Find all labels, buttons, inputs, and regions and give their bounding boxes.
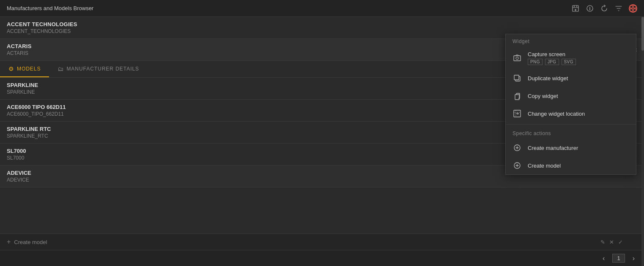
svg-rect-10: [515, 95, 519, 100]
tab-manufacturer-details[interactable]: 🗂 MANUFACTURER DETAILS: [49, 61, 148, 77]
header-icons: [571, 4, 637, 13]
pagination: ‹ 1 ›: [0, 250, 644, 266]
filter-icon[interactable]: [614, 4, 623, 13]
create-manufacturer-icon: [512, 143, 522, 152]
manufacturer-key: ACCENT_TECHNOLOGIES: [7, 28, 637, 34]
create-model-label: Create model: [528, 163, 629, 169]
svg-rect-3: [633, 5, 636, 8]
pagination-page[interactable]: 1: [612, 254, 625, 263]
capture-screen-menu-item[interactable]: Capture screen PNG JPG SVG: [506, 47, 636, 69]
svg-point-7: [516, 57, 518, 60]
close-action-icon[interactable]: ✕: [609, 239, 614, 245]
edit-action-icon[interactable]: ✎: [600, 239, 605, 245]
create-manufacturer-label: Create manufacturer: [528, 145, 629, 151]
duplicate-widget-icon: [512, 73, 522, 83]
change-widget-location-menu-item[interactable]: Change widget location: [506, 105, 636, 122]
pagination-next[interactable]: ›: [630, 254, 637, 263]
capture-screen-label: Capture screen: [528, 51, 629, 57]
jpg-badge: JPG: [545, 59, 559, 65]
create-model-label: Create model: [14, 239, 47, 245]
manufacturer-name: ACCENT TECHNOLOGIES: [7, 21, 637, 27]
svg-rect-6: [514, 56, 521, 61]
capture-screen-icon: [512, 54, 522, 63]
change-location-icon: [512, 109, 522, 118]
refresh-icon[interactable]: [600, 4, 608, 13]
scrollbar-thumb: [641, 17, 644, 51]
duplicate-widget-label: Duplicate widget: [528, 75, 629, 81]
widget-dropdown-menu: Widget Capture screen PNG JPG SVG: [505, 34, 636, 175]
svg-rect-9: [514, 75, 519, 80]
specific-actions-label: Specific actions: [506, 126, 636, 139]
widget-section-label: Widget: [506, 34, 636, 47]
models-gear-icon: ⚙: [8, 65, 14, 72]
tab-details-label: MANUFACTURER DETAILS: [66, 66, 139, 72]
svg-badge: SVG: [562, 59, 576, 65]
svg-rect-4: [630, 9, 633, 11]
pagination-prev[interactable]: ‹: [600, 254, 607, 263]
menu-divider: [506, 124, 636, 125]
copy-widget-label: Copy widget: [528, 93, 629, 99]
png-badge: PNG: [528, 59, 543, 65]
tab-models[interactable]: ⚙ MODELS: [0, 61, 49, 77]
model-key: ADEVICE: [7, 177, 637, 183]
export-icon[interactable]: [571, 4, 580, 13]
main-content: ACCENT TECHNOLOGIES ACCENT_TECHNOLOGIES …: [0, 17, 644, 266]
svg-rect-5: [633, 9, 636, 11]
create-model-menu-item[interactable]: Create model: [506, 157, 636, 174]
check-action-icon[interactable]: ✓: [618, 239, 623, 245]
copy-widget-icon: [512, 91, 522, 100]
header: Manufacturers and Models Browser: [0, 0, 644, 17]
change-widget-location-label: Change widget location: [528, 111, 629, 117]
manufacturer-details-icon: 🗂: [58, 65, 64, 72]
scrollbar-track[interactable]: [641, 17, 644, 266]
create-model-bar[interactable]: + Create model ✎ ✕ ✓: [0, 233, 644, 250]
menu-icon[interactable]: [629, 4, 637, 13]
capture-badges: PNG JPG SVG: [528, 59, 629, 65]
create-manufacturer-menu-item[interactable]: Create manufacturer: [506, 139, 636, 157]
svg-rect-2: [630, 5, 633, 8]
create-model-plus-icon: +: [7, 238, 11, 246]
create-model-icon: [512, 161, 522, 170]
copy-widget-menu-item[interactable]: Copy widget: [506, 87, 636, 105]
duplicate-widget-menu-item[interactable]: Duplicate widget: [506, 69, 636, 87]
capture-screen-text: Capture screen PNG JPG SVG: [528, 51, 629, 65]
page-title: Manufacturers and Models Browser: [7, 5, 93, 11]
tab-models-label: MODELS: [17, 66, 41, 72]
info-icon[interactable]: [586, 4, 594, 13]
